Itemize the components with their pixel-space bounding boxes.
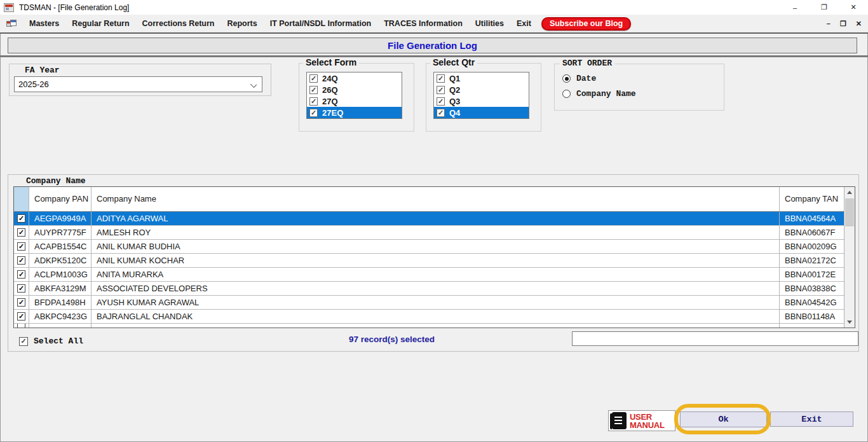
option-q1[interactable]: Q1: [434, 73, 529, 84]
checkbox-icon[interactable]: [309, 74, 318, 83]
row-checkbox[interactable]: [17, 270, 25, 279]
row-checkbox-cell: [14, 296, 29, 309]
row-tan: BBNA04564A: [780, 212, 844, 225]
app-icon: [4, 3, 14, 12]
scrollbar-thumb[interactable]: [845, 198, 854, 226]
restore-icon[interactable]: ❐: [810, 0, 839, 15]
table-row[interactable]: AUYPR7775FAMLESH ROYBBNA06067F: [14, 226, 844, 240]
option-q4[interactable]: Q4: [434, 107, 529, 118]
fa-year-group: FA Year 2025-26: [9, 64, 271, 96]
menu-item-exit[interactable]: Exit: [510, 17, 538, 31]
company-filter-input[interactable]: [572, 331, 858, 346]
table-row[interactable]: ACAPB1554CANIL KUMAR BUDHIABBNA00209G: [14, 240, 844, 254]
option-label: 27EQ: [322, 108, 343, 118]
grid-header-name[interactable]: Company Name: [92, 187, 780, 211]
fa-year-select[interactable]: 2025-26: [14, 76, 262, 92]
menu-item-regular-return[interactable]: Regular Return: [65, 17, 135, 31]
grid-header-row: Company PAN Company Name Company TAN: [14, 187, 844, 212]
mdi-close-icon[interactable]: ✕: [856, 20, 862, 28]
row-name: ADITYA AGARWAL: [92, 212, 780, 225]
row-pan: ABKFA3129M: [29, 282, 92, 295]
menu-item-corrections-return[interactable]: Corrections Return: [136, 17, 221, 31]
table-row[interactable]: ABKPC9423GBAJRANGLAL CHANDAKBBNB01148A: [14, 310, 844, 324]
row-checkbox[interactable]: [17, 298, 25, 307]
company-group-label: Company Name: [26, 176, 86, 186]
option-q3[interactable]: Q3: [434, 95, 529, 107]
table-row[interactable]: BFDPA1498HAYUSH KUMAR AGRAWALBBNA04542G: [14, 296, 844, 310]
row-checkbox[interactable]: [17, 312, 25, 321]
sort-option-label: Date: [576, 74, 596, 83]
grid-header-pan[interactable]: Company PAN: [29, 187, 92, 211]
row-pan: AEGPA9949A: [29, 212, 92, 225]
menu-item-reports[interactable]: Reports: [220, 17, 263, 31]
exit-button[interactable]: Exit: [770, 411, 853, 427]
fa-year-value: 2025-26: [18, 79, 49, 89]
row-checkbox[interactable]: [17, 242, 25, 251]
row-name: AYUSH KUMAR AGRAWAL: [92, 296, 780, 309]
select-form-group: Select Form 24Q26Q27Q27EQ: [299, 63, 414, 132]
row-checkbox[interactable]: [17, 284, 25, 293]
checkbox-icon[interactable]: [437, 109, 445, 117]
grid-header-tan[interactable]: Company TAN: [780, 187, 844, 211]
menu-divider: [0, 32, 868, 34]
option-q2[interactable]: Q2: [434, 84, 529, 95]
checkbox-icon[interactable]: [309, 97, 318, 106]
menu-bar: MastersRegular ReturnCorrections ReturnR…: [0, 15, 868, 32]
row-checkbox-cell: [14, 254, 29, 267]
select-all-checkbox[interactable]: [19, 337, 28, 346]
radio-icon[interactable]: [562, 74, 571, 83]
checkbox-icon[interactable]: [437, 97, 445, 106]
sort-option-company-name[interactable]: Company Name: [562, 89, 724, 99]
scroll-down-icon[interactable]: [844, 317, 855, 328]
mdi-restore-icon[interactable]: ❐: [840, 20, 846, 28]
close-icon[interactable]: ✕: [839, 0, 868, 15]
row-checkbox-cell: [14, 268, 29, 281]
radio-icon[interactable]: [562, 90, 571, 98]
sort-option-date[interactable]: Date: [562, 74, 724, 83]
row-checkbox[interactable]: [17, 214, 25, 223]
checkbox-icon[interactable]: [437, 74, 445, 83]
subscribe-blog-badge[interactable]: Subscribe our Blog: [541, 17, 631, 31]
menu-item-it-portal-nsdl-information[interactable]: IT Portal/NSDL Information: [264, 17, 378, 31]
vertical-scrollbar[interactable]: [844, 187, 855, 328]
row-checkbox[interactable]: [17, 228, 25, 237]
window-title: TDSMAN - [File Generation Log]: [19, 3, 129, 12]
option-label: 26Q: [322, 85, 338, 95]
table-row-partial: [14, 324, 844, 328]
minimize-icon[interactable]: –: [780, 0, 810, 15]
table-row[interactable]: ADKPK5120CANIL KUMAR KOCHARBBNA02172C: [14, 254, 844, 268]
table-row[interactable]: ABKFA3129MASSOCIATED DEVELOPERSBBNA03838…: [14, 282, 844, 296]
chevron-down-icon[interactable]: [250, 81, 257, 88]
table-row[interactable]: AEGPA9949AADITYA AGARWALBBNA04564A: [14, 212, 844, 226]
select-form-list[interactable]: 24Q26Q27Q27EQ: [306, 72, 402, 119]
option-27eq[interactable]: 27EQ: [307, 107, 402, 118]
checkbox-icon[interactable]: [437, 86, 445, 94]
select-qtr-list[interactable]: Q1Q2Q3Q4: [433, 72, 529, 119]
table-row[interactable]: ACLPM1003GANITA MURARKABBNA00172E: [14, 268, 844, 282]
menu-item-masters[interactable]: Masters: [23, 17, 65, 31]
checkbox-icon[interactable]: [309, 86, 318, 94]
company-table-group: Company Name Company PAN Company Name Co…: [8, 174, 859, 352]
row-checkbox-cell: [14, 212, 29, 225]
menu-item-traces-information[interactable]: TRACES Information: [377, 17, 469, 31]
page-title: File Generation Log: [388, 40, 477, 51]
option-27q[interactable]: 27Q: [307, 95, 402, 107]
option-26q[interactable]: 26Q: [307, 84, 402, 95]
row-name: AMLESH ROY: [92, 226, 780, 239]
mdi-child-icon[interactable]: [6, 20, 17, 28]
menu-item-utilities[interactable]: Utilities: [469, 17, 510, 31]
records-selected-status: 97 record(s) selected: [349, 335, 435, 344]
ok-button[interactable]: Ok: [680, 411, 767, 427]
mdi-minimize-icon[interactable]: –: [827, 20, 831, 28]
row-tan: BBNA06067F: [780, 226, 844, 239]
scroll-up-icon[interactable]: [844, 187, 855, 198]
option-24q[interactable]: 24Q: [307, 73, 402, 84]
row-name: ANITA MURARKA: [92, 268, 780, 281]
row-pan: ABKPC9423G: [29, 310, 92, 323]
user-manual-button[interactable]: USER MANUAL: [608, 410, 675, 431]
row-checkbox[interactable]: [17, 256, 25, 265]
row-checkbox-cell: [14, 310, 29, 323]
select-all-control[interactable]: Select All: [19, 336, 83, 346]
sort-order-group: SORT ORDER DateCompany Name: [554, 64, 724, 111]
checkbox-icon[interactable]: [309, 109, 318, 117]
